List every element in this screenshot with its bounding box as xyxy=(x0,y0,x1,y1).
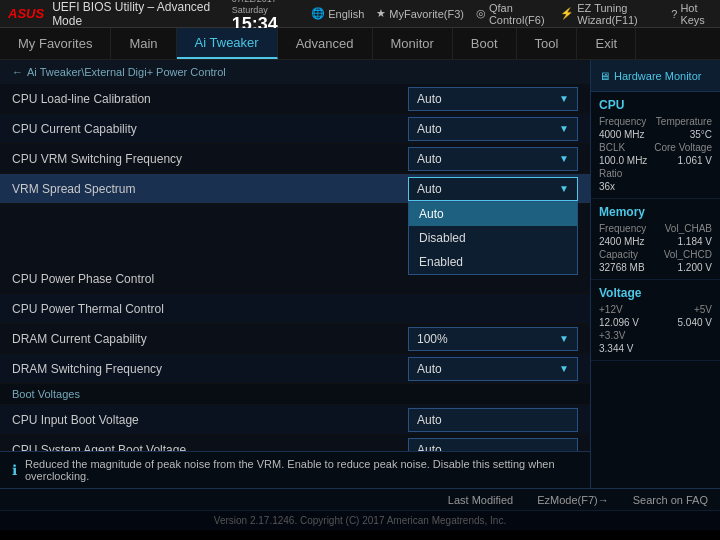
bottom-bar: Last Modified EzMode(F7)→ Search on FAQ xyxy=(0,488,720,510)
hw-volt-12v-val: 12.096 V xyxy=(599,317,639,328)
nav-aitweaker[interactable]: Ai Tweaker xyxy=(177,28,278,59)
hw-cpu-bclk-row: BCLK Core Voltage xyxy=(599,142,712,153)
cpu-input-boot-field[interactable] xyxy=(408,408,578,432)
hw-volt-33v-label: +3.3V xyxy=(599,330,625,341)
cpu-current-value[interactable]: Auto ▼ xyxy=(408,117,578,141)
back-arrow[interactable]: ← xyxy=(12,66,23,78)
dram-sw-freq-label: DRAM Switching Frequency xyxy=(12,362,408,376)
nav-exit[interactable]: Exit xyxy=(577,28,636,59)
footer-text: Version 2.17.1246. Copyright (C) 2017 Am… xyxy=(214,515,506,526)
cpu-sa-boot-value[interactable] xyxy=(408,438,578,452)
dram-current-label: DRAM Current Capability xyxy=(12,332,408,346)
bios-title: UEFI BIOS Utility – Advanced Mode xyxy=(52,0,216,28)
hw-cpu-freq-row: Frequency Temperature xyxy=(599,116,712,127)
qfan-btn[interactable]: ◎ Qfan Control(F6) xyxy=(476,2,548,26)
hw-mem-cap-label: Capacity xyxy=(599,249,638,260)
dram-current-value[interactable]: 100% ▼ xyxy=(408,327,578,351)
cpu-power-phase-label: CPU Power Phase Control xyxy=(12,272,408,286)
cpu-llc-value[interactable]: Auto ▼ xyxy=(408,87,578,111)
asus-logo: ASUS xyxy=(8,6,44,21)
navbar: My Favorites Main Ai Tweaker Advanced Mo… xyxy=(0,28,720,60)
hw-cpu-freq-val: 4000 MHz xyxy=(599,129,645,140)
hw-cpu-freq-val-row: 4000 MHz 35°C xyxy=(599,129,712,140)
hw-cpu-freq-label: Frequency xyxy=(599,116,646,127)
hw-mem-freq-val: 2400 MHz xyxy=(599,236,645,247)
hw-volt-12v-val-row: 12.096 V 5.040 V xyxy=(599,317,712,328)
hw-mem-freq-label: Frequency xyxy=(599,223,646,234)
breadcrumb: ← Ai Tweaker\External Digi+ Power Contro… xyxy=(0,60,590,84)
cpu-input-boot-label: CPU Input Boot Voltage xyxy=(12,413,408,427)
chevron-down-icon: ▼ xyxy=(559,333,569,344)
nav-boot[interactable]: Boot xyxy=(453,28,517,59)
cpu-vrm-sw-value[interactable]: Auto ▼ xyxy=(408,147,578,171)
vrm-spread-options: Auto Disabled Enabled xyxy=(408,201,578,275)
cpu-sa-boot-field[interactable] xyxy=(408,438,578,452)
nav-main[interactable]: Main xyxy=(111,28,176,59)
dram-sw-freq-value[interactable]: Auto ▼ xyxy=(408,357,578,381)
breadcrumb-text: Ai Tweaker\External Digi+ Power Control xyxy=(27,66,226,78)
last-modified-btn[interactable]: Last Modified xyxy=(448,494,513,506)
dram-current-dropdown[interactable]: 100% ▼ xyxy=(408,327,578,351)
vrm-spread-value[interactable]: Auto ▼ Auto Disabled Enabled xyxy=(408,177,578,201)
cpu-vrm-sw-dropdown[interactable]: Auto ▼ xyxy=(408,147,578,171)
myfavorite-btn[interactable]: ★ MyFavorite(F3) xyxy=(376,7,464,20)
hw-volt-33v-row: +3.3V xyxy=(599,330,712,341)
footer: Version 2.17.1246. Copyright (C) 2017 Am… xyxy=(0,510,720,530)
hotkeys-btn[interactable]: ? Hot Keys xyxy=(671,2,712,26)
option-enabled[interactable]: Enabled xyxy=(409,250,577,274)
hw-mem-volchcd-label: Vol_CHCD xyxy=(664,249,712,260)
chevron-down-icon: ▼ xyxy=(559,363,569,374)
setting-dram-current: DRAM Current Capability 100% ▼ xyxy=(0,324,590,354)
hardware-monitor-panel: 🖥 Hardware Monitor CPU Frequency Tempera… xyxy=(590,60,720,488)
hw-cpu-bclk-val: 100.0 MHz xyxy=(599,155,647,166)
hw-cpu-corevolt-label: Core Voltage xyxy=(654,142,712,153)
hw-cpu-bclk-val-row: 100.0 MHz 1.061 V xyxy=(599,155,712,166)
setting-dram-sw-freq: DRAM Switching Frequency Auto ▼ xyxy=(0,354,590,384)
nav-tool[interactable]: Tool xyxy=(517,28,578,59)
hw-volt-33v-val-row: 3.344 V xyxy=(599,343,712,354)
hw-cpu-bclk-label: BCLK xyxy=(599,142,625,153)
topbar-icons: 🌐 English ★ MyFavorite(F3) ◎ Qfan Contro… xyxy=(311,2,712,26)
option-disabled[interactable]: Disabled xyxy=(409,226,577,250)
vrm-spread-dropdown[interactable]: Auto ▼ xyxy=(408,177,578,201)
cpu-input-boot-value[interactable] xyxy=(408,408,578,432)
chevron-down-icon: ▼ xyxy=(559,183,569,194)
chevron-down-icon: ▼ xyxy=(559,93,569,104)
hw-voltage-title: Voltage xyxy=(599,286,712,300)
hw-mem-freq-row: Frequency Vol_CHAB xyxy=(599,223,712,234)
hw-cpu-ratio-label: Ratio xyxy=(599,168,622,179)
cpu-sa-boot-label: CPU System Agent Boot Voltage xyxy=(12,443,408,452)
eztuning-btn[interactable]: ⚡ EZ Tuning Wizard(F11) xyxy=(560,2,659,26)
hw-cpu-temp-val: 35°C xyxy=(690,129,712,140)
boot-voltages-section: Boot Voltages xyxy=(0,384,590,405)
hw-mem-cap-val: 32768 MB xyxy=(599,262,645,273)
option-auto[interactable]: Auto xyxy=(409,202,577,226)
info-icon: ℹ xyxy=(12,462,17,478)
date-display: 07/22/2017 Saturday xyxy=(232,0,303,15)
ezmode-btn[interactable]: EzMode(F7)→ xyxy=(537,494,609,506)
hw-volt-5v-val: 5.040 V xyxy=(678,317,712,328)
search-faq-btn[interactable]: Search on FAQ xyxy=(633,494,708,506)
english-lang[interactable]: 🌐 English xyxy=(311,7,364,20)
topbar: ASUS UEFI BIOS Utility – Advanced Mode 0… xyxy=(0,0,720,28)
hw-volt-12v-row: +12V +5V xyxy=(599,304,712,315)
hw-volt-12v-label: +12V xyxy=(599,304,623,315)
nav-advanced[interactable]: Advanced xyxy=(278,28,373,59)
hw-voltage-section: Voltage +12V +5V 12.096 V 5.040 V +3.3V … xyxy=(591,280,720,361)
hw-memory-title: Memory xyxy=(599,205,712,219)
cpu-current-dropdown[interactable]: Auto ▼ xyxy=(408,117,578,141)
setting-cpu-current: CPU Current Capability Auto ▼ xyxy=(0,114,590,144)
main-content: ← Ai Tweaker\External Digi+ Power Contro… xyxy=(0,60,720,488)
cpu-vrm-sw-label: CPU VRM Switching Frequency xyxy=(12,152,408,166)
cpu-llc-label: CPU Load-line Calibration xyxy=(12,92,408,106)
hw-mem-cap-row: Capacity Vol_CHCD xyxy=(599,249,712,260)
setting-cpu-sa-boot: CPU System Agent Boot Voltage xyxy=(0,435,590,451)
cpu-llc-dropdown[interactable]: Auto ▼ xyxy=(408,87,578,111)
nav-monitor[interactable]: Monitor xyxy=(373,28,453,59)
chevron-down-icon: ▼ xyxy=(559,153,569,164)
hw-mem-volchab-val: 1.184 V xyxy=(678,236,712,247)
dram-sw-freq-dropdown[interactable]: Auto ▼ xyxy=(408,357,578,381)
hw-cpu-ratio-val-row: 36x xyxy=(599,181,712,192)
info-text: Reduced the magnitude of peak noise from… xyxy=(25,458,578,482)
nav-favorites[interactable]: My Favorites xyxy=(0,28,111,59)
